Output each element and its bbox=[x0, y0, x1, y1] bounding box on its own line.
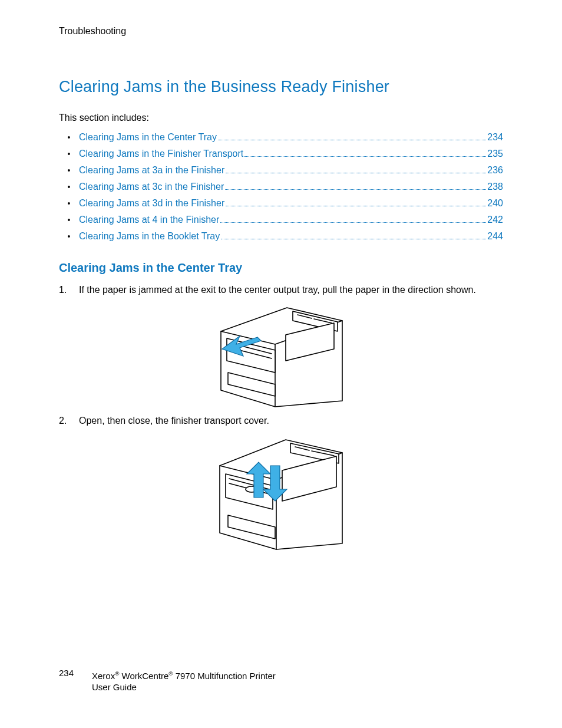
toc-item: • Clearing Jams in the Finisher Transpor… bbox=[59, 146, 503, 162]
toc-page[interactable]: 235 bbox=[487, 146, 503, 162]
toc-item: • Clearing Jams in the Center Tray 234 bbox=[59, 129, 503, 146]
toc-page[interactable]: 236 bbox=[487, 162, 503, 178]
toc-item: • Clearing Jams at 3c in the Finisher 23… bbox=[59, 179, 503, 195]
toc-page[interactable]: 234 bbox=[487, 129, 503, 145]
bullet-icon: • bbox=[59, 146, 79, 162]
footer-text: Xerox® WorkCentre® 7970 Multifunction Pr… bbox=[92, 668, 276, 693]
toc-leader bbox=[225, 189, 486, 190]
toc-leader bbox=[226, 173, 486, 173]
footer-product: 7970 Multifunction Printer bbox=[173, 671, 275, 681]
section-header: Troubleshooting bbox=[59, 26, 503, 37]
sub-heading: Clearing Jams in the Center Tray bbox=[59, 261, 503, 275]
toc-page[interactable]: 240 bbox=[487, 195, 503, 211]
toc-list: • Clearing Jams in the Center Tray 234 •… bbox=[59, 129, 503, 245]
toc-link[interactable]: Clearing Jams at 3d in the Finisher bbox=[79, 195, 224, 211]
step-item: 1. If the paper is jammed at the exit to… bbox=[59, 283, 503, 297]
toc-leader bbox=[220, 222, 486, 223]
bullet-icon: • bbox=[59, 130, 79, 146]
bullet-icon: • bbox=[59, 212, 79, 228]
toc-item: • Clearing Jams at 3d in the Finisher 24… bbox=[59, 195, 503, 212]
printer-open-close-cover-illustration bbox=[216, 433, 346, 551]
toc-item: • Clearing Jams in the Booklet Tray 244 bbox=[59, 228, 503, 245]
intro-text: This section includes: bbox=[59, 113, 503, 123]
step-text: If the paper is jammed at the exit to th… bbox=[79, 283, 503, 297]
toc-leader bbox=[218, 140, 486, 140]
step-number: 2. bbox=[59, 414, 79, 428]
toc-leader bbox=[244, 156, 486, 157]
bullet-icon: • bbox=[59, 229, 79, 245]
page-footer: 234 Xerox® WorkCentre® 7970 Multifunctio… bbox=[59, 668, 503, 693]
footer-brand-b: WorkCentre bbox=[119, 671, 168, 681]
footer-doc-title: User Guide bbox=[92, 682, 137, 692]
main-heading: Clearing Jams in the Business Ready Fini… bbox=[59, 78, 503, 96]
step-number: 1. bbox=[59, 283, 79, 297]
toc-link[interactable]: Clearing Jams in the Finisher Transport bbox=[79, 146, 243, 162]
toc-link[interactable]: Clearing Jams in the Booklet Tray bbox=[79, 228, 220, 244]
bullet-icon: • bbox=[59, 196, 79, 212]
toc-link[interactable]: Clearing Jams in the Center Tray bbox=[79, 129, 217, 145]
printer-pull-paper-illustration bbox=[216, 302, 346, 408]
bullet-icon: • bbox=[59, 163, 79, 179]
footer-brand-a: Xerox bbox=[92, 671, 115, 681]
bullet-icon: • bbox=[59, 179, 79, 195]
step-text: Open, then close, the finisher transport… bbox=[79, 414, 503, 428]
toc-item: • Clearing Jams at 3a in the Finisher 23… bbox=[59, 162, 503, 179]
toc-link[interactable]: Clearing Jams at 3c in the Finisher bbox=[79, 179, 224, 195]
toc-item: • Clearing Jams at 4 in the Finisher 242 bbox=[59, 212, 503, 228]
step-item: 2. Open, then close, the finisher transp… bbox=[59, 414, 503, 428]
toc-link[interactable]: Clearing Jams at 3a in the Finisher bbox=[79, 162, 224, 178]
page-number: 234 bbox=[59, 668, 92, 678]
toc-leader bbox=[226, 206, 486, 206]
toc-leader bbox=[221, 239, 486, 239]
toc-page[interactable]: 242 bbox=[487, 212, 503, 228]
toc-page[interactable]: 238 bbox=[487, 179, 503, 195]
toc-page[interactable]: 244 bbox=[487, 228, 503, 244]
steps-list: 1. If the paper is jammed at the exit to… bbox=[59, 283, 503, 297]
toc-link[interactable]: Clearing Jams at 4 in the Finisher bbox=[79, 212, 219, 228]
steps-list: 2. Open, then close, the finisher transp… bbox=[59, 414, 503, 428]
